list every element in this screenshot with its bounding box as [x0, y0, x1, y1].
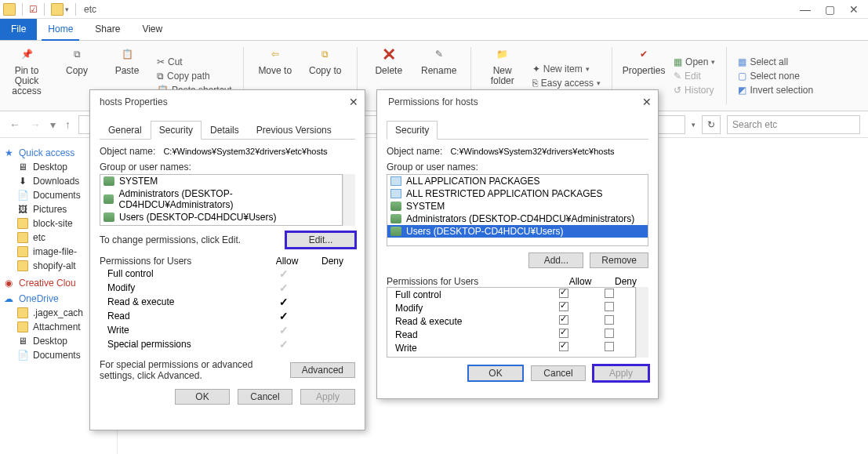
copy-to-button[interactable]: ⧉Copy to [305, 44, 346, 76]
deny-checkbox[interactable] [605, 329, 614, 338]
deny-checkbox[interactable] [605, 302, 614, 311]
dialog-title: hosts Properties [100, 96, 168, 107]
new-folder-button[interactable]: 📁New folder [482, 44, 523, 86]
scrollbar[interactable] [343, 174, 355, 226]
history-button[interactable]: ↺History [674, 85, 714, 96]
copy-path-button[interactable]: ⧉Copy path [157, 71, 210, 82]
select-none-button[interactable]: ▢Select none [738, 71, 799, 82]
tab-share[interactable]: Share [84, 19, 131, 40]
perm-row: Read & execute [387, 314, 635, 328]
advanced-button[interactable]: Advanced [290, 362, 355, 378]
properties-dialog: hosts Properties ✕ General Security Deta… [89, 89, 365, 430]
object-name-value: C:¥Windows¥System32¥drivers¥etc¥hosts [450, 147, 614, 156]
list-item[interactable]: ALL RESTRICTED APPLICATION PACKAGES [387, 187, 648, 200]
sidebar-label: etc [33, 232, 45, 243]
user-icon [104, 176, 114, 186]
cut-button[interactable]: ✂Cut [157, 56, 183, 67]
tab-file[interactable]: File [0, 19, 37, 40]
tab-view[interactable]: View [131, 19, 173, 40]
rename-button[interactable]: ✎Rename [419, 44, 459, 76]
properties-button[interactable]: ✔Properties [623, 44, 664, 76]
check-icon: ✓ [279, 296, 289, 308]
delete-button[interactable]: ✕Delete [369, 44, 409, 76]
delete-icon: ✕ [378, 44, 400, 66]
recent-button[interactable]: ▾ [49, 117, 57, 133]
tab-previous-versions[interactable]: Previous Versions [248, 121, 340, 140]
ok-button[interactable]: OK [468, 365, 523, 381]
copy-button[interactable]: ⧉Copy [56, 44, 97, 76]
list-item[interactable]: Users (DESKTOP-CD4HDCU¥Users) [387, 225, 648, 238]
list-item[interactable]: SYSTEM [387, 200, 648, 212]
forward-button[interactable]: → [28, 117, 42, 133]
minimize-button[interactable]: — [800, 3, 811, 16]
search-input[interactable]: Search etc [727, 115, 860, 134]
edit-button[interactable]: ✎Edit [674, 71, 701, 82]
allow-checkbox[interactable] [559, 315, 568, 325]
address-dropdown[interactable]: ▾ [692, 121, 695, 129]
list-item[interactable]: Administrators (DESKTOP-CD4HDCU¥Administ… [387, 212, 648, 225]
deny-checkbox[interactable] [605, 315, 614, 325]
list-item[interactable]: ALL APPLICATION PACKAGES [387, 175, 648, 187]
apply-button[interactable]: Apply [594, 365, 648, 381]
up-button[interactable]: ↑ [64, 117, 72, 133]
easy-access-button[interactable]: ⎘Easy access▾ [532, 78, 601, 89]
scrollbar[interactable] [636, 287, 648, 358]
close-icon[interactable]: ✕ [349, 96, 358, 108]
move-icon: ⇦ [264, 44, 286, 66]
paste-button[interactable]: 📋Paste [107, 44, 147, 76]
system-icon: 📄 [17, 190, 28, 201]
move-to-button[interactable]: ⇦Move to [255, 44, 296, 76]
system-icon: ⬇ [17, 176, 28, 187]
list-item[interactable]: SYSTEM [100, 175, 342, 187]
edit-button[interactable]: Edit... [286, 232, 355, 248]
cut-icon: ✂ [157, 56, 165, 67]
add-button[interactable]: Add... [528, 252, 583, 268]
allow-checkbox[interactable] [559, 342, 568, 351]
allow-checkbox[interactable] [559, 329, 568, 338]
users-list[interactable]: ALL APPLICATION PACKAGESALL RESTRICTED A… [387, 174, 648, 246]
tabstrip: General Security Details Previous Versio… [100, 120, 355, 140]
cancel-button[interactable]: Cancel [238, 389, 292, 405]
apply-button[interactable]: Apply [300, 389, 355, 405]
tab-security[interactable]: Security [387, 121, 438, 140]
sidebar-label: Documents [33, 350, 81, 361]
check-icon: ✓ [279, 281, 289, 294]
allow-checkbox[interactable] [559, 289, 568, 298]
qat-check-icon[interactable]: ☑ [29, 4, 38, 15]
ok-button[interactable]: OK [175, 389, 230, 405]
remove-button[interactable]: Remove [590, 252, 648, 268]
tab-details[interactable]: Details [202, 121, 248, 140]
back-button[interactable]: ← [8, 117, 22, 133]
deny-checkbox[interactable] [605, 289, 614, 298]
cancel-button[interactable]: Cancel [531, 365, 586, 381]
tab-general[interactable]: General [100, 121, 151, 140]
deny-checkbox[interactable] [605, 342, 614, 351]
system-icon: 🖥 [17, 162, 28, 173]
refresh-button[interactable]: ↻ [702, 115, 721, 134]
perm-row: Read✓ [100, 309, 355, 323]
open-button[interactable]: ▦Open▾ [674, 56, 715, 67]
select-all-icon: ▦ [738, 56, 746, 67]
properties-icon: ✔ [633, 44, 655, 66]
new-item-button[interactable]: ✦New item▾ [532, 64, 590, 74]
sidebar-label: Desktop [33, 162, 67, 173]
users-list[interactable]: SYSTEMAdministrators (DESKTOP-CD4HDCU¥Ad… [100, 174, 343, 226]
qat-dropdown-icon[interactable]: ▾ [65, 5, 69, 13]
tab-security[interactable]: Security [151, 121, 202, 140]
select-all-button[interactable]: ▦Select all [738, 56, 788, 67]
invert-selection-button[interactable]: ◩Invert selection [738, 85, 813, 96]
permissions-table: Full controlModifyRead & executeReadWrit… [387, 287, 636, 358]
sidebar-label: block-site [33, 218, 73, 229]
close-button[interactable]: ✕ [849, 3, 859, 16]
list-item[interactable]: Users (DESKTOP-CD4HDCU¥Users) [100, 211, 342, 223]
copy-icon: ⧉ [66, 44, 88, 66]
folder-icon [17, 321, 28, 332]
close-icon[interactable]: ✕ [642, 96, 652, 108]
tab-home[interactable]: Home [37, 19, 84, 40]
allow-checkbox[interactable] [559, 302, 568, 311]
creative-icon: ◉ [3, 278, 14, 289]
ribbon-tabs: File Home Share View [0, 19, 868, 41]
list-item[interactable]: Administrators (DESKTOP-CD4HDCU¥Administ… [100, 187, 342, 211]
pin-button[interactable]: 📌Pin to Quick access [6, 44, 47, 97]
maximize-button[interactable]: ▢ [825, 3, 835, 16]
